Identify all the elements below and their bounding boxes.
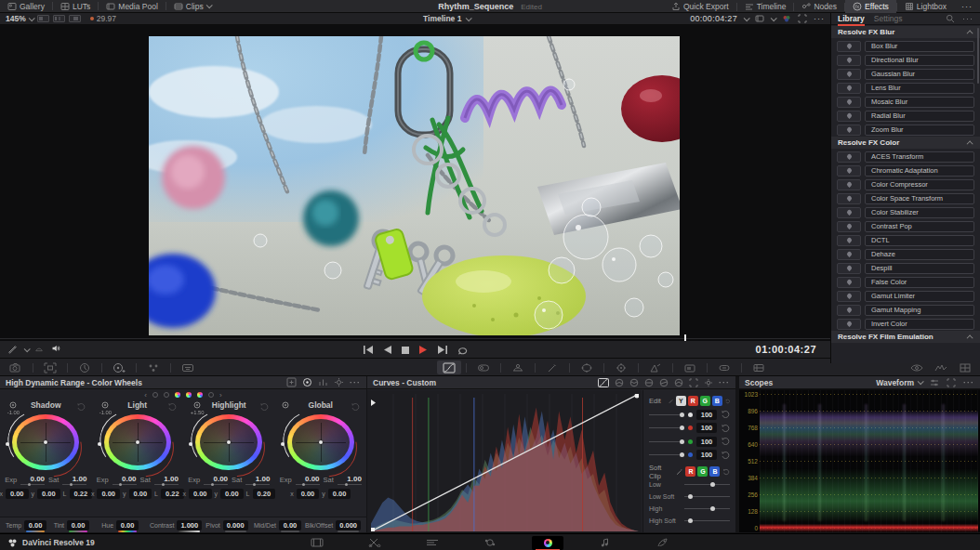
channel-gain-slider[interactable]: 100 xyxy=(649,422,730,436)
timeline-selector[interactable]: Timeline 1 xyxy=(423,14,470,23)
fx-item[interactable]: Color Space Transform xyxy=(837,193,974,205)
wheels-mode-icon[interactable] xyxy=(302,377,312,387)
wheel-coord-value[interactable]: 0.00 xyxy=(297,489,320,499)
fx-item[interactable]: Despill xyxy=(837,263,974,275)
wheel-coord-value[interactable]: 0.22 xyxy=(70,489,93,499)
loop-button[interactable] xyxy=(457,346,468,355)
hdr-footer-value[interactable]: 0.00 xyxy=(279,520,301,530)
page-deliver-button[interactable] xyxy=(647,536,679,550)
wheel-light-control[interactable] xyxy=(104,414,171,470)
fx-section-header[interactable]: Resolve FX Color xyxy=(831,137,980,149)
clip-color-icon[interactable] xyxy=(755,14,764,23)
hdr-more-button[interactable]: ··· xyxy=(350,380,361,386)
fx-item[interactable]: Invert Color xyxy=(837,319,974,331)
eyedropper-tool-icon[interactable] xyxy=(540,360,564,374)
zoom-caret-icon[interactable] xyxy=(28,15,34,21)
fx-item[interactable]: Zoom Blur xyxy=(837,124,974,137)
tab-settings[interactable]: Settings xyxy=(874,14,903,23)
quick-export-button[interactable]: Quick Export xyxy=(664,0,736,13)
hue-vs-hue-icon[interactable] xyxy=(615,378,624,387)
page-color-button[interactable] xyxy=(532,536,563,550)
hdr-footer-value[interactable]: 0.00 xyxy=(116,520,139,530)
bars-mode-icon[interactable] xyxy=(318,377,328,387)
softclip-high-slider[interactable]: High xyxy=(649,503,730,515)
wheel-global-control[interactable] xyxy=(287,414,354,470)
fx-item[interactable]: Contrast Pop xyxy=(837,221,974,233)
dots-prev-icon[interactable]: ‹ xyxy=(144,391,147,399)
scope-settings-icon[interactable] xyxy=(930,378,939,387)
wheel-coord-value[interactable]: 0.00 xyxy=(220,489,244,499)
clip-caret-icon[interactable] xyxy=(771,15,777,21)
stop-button[interactable] xyxy=(402,347,409,354)
wheel-page-dot[interactable] xyxy=(197,392,203,398)
collapse-chevron-icon[interactable] xyxy=(967,140,973,147)
channel-value[interactable]: 100 xyxy=(696,450,717,460)
exposure-value[interactable]: 0.00 xyxy=(296,475,320,485)
collapse-chevron-icon[interactable] xyxy=(967,334,973,341)
viewer-timecode[interactable]: 00:00:04:27 xyxy=(690,14,737,23)
softclip-eyedropper-icon[interactable] xyxy=(676,467,683,477)
custom-curve-icon[interactable] xyxy=(598,378,609,387)
fx-item[interactable]: Gaussian Blur xyxy=(837,69,974,81)
wheel-coord-value[interactable]: 0.00 xyxy=(37,489,60,499)
wheel-reset-icon[interactable] xyxy=(351,402,360,412)
fx-item[interactable]: Mosaic Blur xyxy=(837,97,974,109)
gallery-button[interactable]: Gallery xyxy=(0,0,52,12)
channel-value[interactable]: 100 xyxy=(696,410,717,420)
magic-mask-icon[interactable] xyxy=(643,360,668,374)
page-media-button[interactable] xyxy=(301,536,333,550)
sizing-icon[interactable] xyxy=(38,360,62,374)
motion-effects-icon[interactable] xyxy=(176,360,200,374)
exposure-value[interactable]: 0.00 xyxy=(204,475,228,485)
wheel-reset-icon[interactable] xyxy=(76,402,86,412)
channel-gain-slider[interactable]: 100 xyxy=(649,435,730,449)
softclip-b-chip[interactable]: B xyxy=(709,466,720,477)
scope-mode-selector[interactable]: Waveform xyxy=(876,378,922,387)
wheel-page-dot[interactable] xyxy=(186,392,192,398)
fx-item[interactable]: Directional Blur xyxy=(837,55,974,67)
enhanced-viewer-toggle[interactable] xyxy=(69,15,81,22)
softclip-g-chip[interactable]: G xyxy=(697,466,708,477)
page-cut-button[interactable] xyxy=(359,536,391,550)
softclip-high-soft-slider[interactable]: High Soft xyxy=(649,515,730,527)
single-viewer-toggle[interactable] xyxy=(37,15,49,22)
wheel-page-dot[interactable] xyxy=(152,392,158,398)
saturation-value[interactable]: 1.00 xyxy=(245,475,270,485)
add-zone-icon[interactable] xyxy=(286,377,297,387)
media-pool-button[interactable]: Media Pool xyxy=(99,0,166,12)
color-wheel-small-icon[interactable] xyxy=(782,14,791,23)
wheel-page-dot[interactable] xyxy=(208,392,214,398)
hue-vs-sat-icon[interactable] xyxy=(629,378,639,387)
timeline-button[interactable]: Timeline xyxy=(737,0,794,13)
nodes-button[interactable]: Nodes xyxy=(794,0,844,13)
scope-more-button[interactable]: ··· xyxy=(963,380,974,386)
split-viewer-toggle[interactable] xyxy=(53,15,65,22)
fx-item[interactable]: Color Stabilizer xyxy=(837,207,974,219)
wheel-coord-value[interactable]: 0.00 xyxy=(189,489,212,499)
edit-r-chip[interactable]: R xyxy=(688,396,698,406)
channel-value[interactable]: 100 xyxy=(696,437,717,447)
clips-button[interactable]: Clips xyxy=(166,0,219,12)
zone-target-icon[interactable] xyxy=(282,401,289,409)
edit-y-chip[interactable]: Y xyxy=(676,396,686,406)
wheel-coord-value[interactable]: 0.00 xyxy=(6,489,29,499)
curves-palette-icon[interactable] xyxy=(437,360,461,374)
edit-b-chip[interactable]: B xyxy=(712,396,722,406)
saturation-value[interactable]: 1.00 xyxy=(338,475,362,485)
library-search-icon[interactable] xyxy=(946,14,955,23)
scope-expand-icon[interactable] xyxy=(947,378,956,387)
wheel-page-dot[interactable] xyxy=(175,392,180,398)
wheel-coord-value[interactable]: 0.00 xyxy=(97,489,120,499)
sizing-palette-icon[interactable] xyxy=(747,360,771,374)
softclip-low-slider[interactable]: Low xyxy=(649,478,730,491)
viewer-more-button[interactable]: ··· xyxy=(814,16,825,21)
curves-more-button[interactable]: ··· xyxy=(719,380,730,386)
qualifier-icon[interactable] xyxy=(471,360,496,374)
wheel-coord-value[interactable]: 0.00 xyxy=(328,489,351,499)
timecode-caret-icon[interactable] xyxy=(744,15,750,21)
video-frame[interactable] xyxy=(149,36,680,335)
play-reverse-button[interactable] xyxy=(384,346,391,354)
goto-start-button[interactable] xyxy=(364,346,374,354)
goto-end-button[interactable] xyxy=(437,346,447,354)
wheel-coord-value[interactable]: 0.22 xyxy=(161,489,184,499)
